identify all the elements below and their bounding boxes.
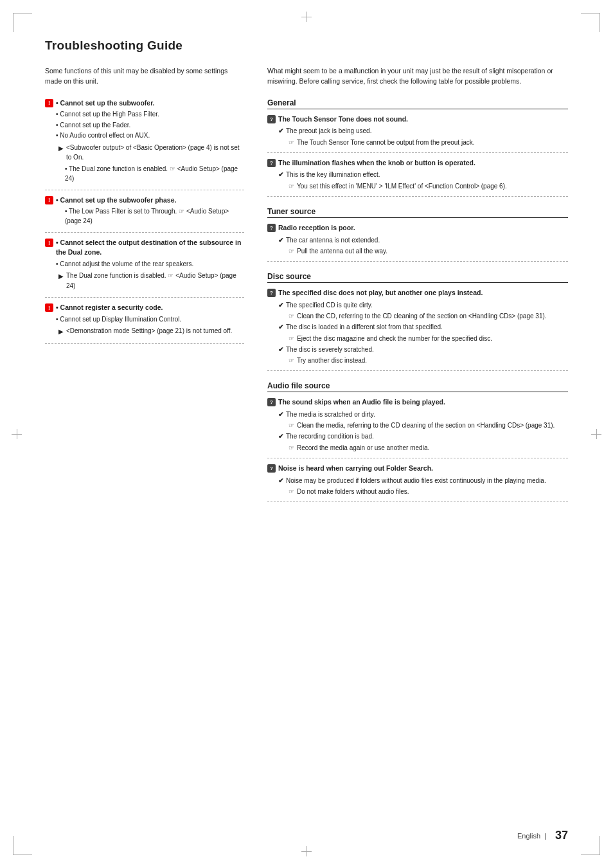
section-title-tuner: Tuner source [267,207,568,218]
ref-text-g2-1: You set this effect in 'MENU' > 'ILM Eff… [297,181,507,191]
check-text-a2-1: Noise may be produced if folders without… [286,476,546,486]
q-text-g1: The Touch Sensor Tone does not sound. [278,114,408,124]
warning-body-2: The Low Pass Filter is set to Through. ☞… [45,206,244,226]
qa-block-t1: ? Radio reception is poor. ✔ The car ant… [267,223,568,256]
check-text-d1-2: The disc is loaded in a different slot f… [286,322,443,332]
qa-block-g1: ? The Touch Sensor Tone does not sound. … [267,114,568,147]
warning-header-3: ! • Cannot select the output destination… [45,238,244,257]
footer-separator: | [544,832,546,840]
ref-text-g1-1: The Touch Sensor Tone cannot be output f… [297,138,474,147]
ref-text-d1-3: Try another disc instead. [297,356,367,365]
divider-g2 [267,196,568,197]
check-icon-t1-1: ✔ [278,235,283,246]
q-text-d1: The specified disc does not play, but an… [278,288,483,298]
divider-a1 [267,458,568,458]
two-col-layout: Some functions of this unit may be disab… [45,66,568,507]
qa-block-a2: ? Noise is heard when carrying out Folde… [267,464,568,496]
divider-t1 [267,261,568,262]
divider-4 [45,343,244,344]
warning-sublist-3: Cannot adjust the volume of the rear spe… [56,259,244,269]
ref-icon-a1-2: ☞ [289,443,294,453]
qa-question-a2: ? Noise is heard when carrying out Folde… [267,464,568,473]
sub-note-2: The Low Pass Filter is set to Through. ☞… [56,206,244,226]
divider-d1 [267,370,568,371]
warning-icon-2: ! [45,196,53,204]
qa-answers-g1: ✔ The preout jack is being used. ☞ The T… [267,126,568,147]
divider-2 [45,232,244,233]
ref-text-t1-1: Pull the antenna out all the way. [297,246,387,256]
q-icon-a1: ? [267,398,276,406]
warning-header-2: ! • Cannot set up the subwoofer phase. [45,195,244,205]
check-text-g2-1: This is the key illumination effect. [286,170,380,180]
divider-1 [45,190,244,190]
divider-a2 [267,502,568,502]
warning-block-4: ! • Cannot register a security code. Can… [45,303,244,337]
check-item-d1-3: ✔ The disc is severely scratched. [278,345,568,355]
qa-answers-a1: ✔ The media is scratched or dirty. ☞ Cle… [267,410,568,453]
q-icon-t1: ? [267,224,276,232]
section-title-audiofile: Audio file source [267,381,568,392]
warning-header-1: ! • Cannot set up the subwoofer. [45,98,244,108]
ref-icon-g2-1: ☞ [289,181,294,191]
q-icon-g2: ? [267,159,276,167]
warning-body-3: Cannot adjust the volume of the rear spe… [45,259,244,291]
ref-icon-a1-1: ☞ [289,420,294,430]
warning-block-1: ! • Cannot set up the subwoofer. Cannot … [45,98,244,183]
warning-sublist-1: Cannot set up the High Pass Filter. Cann… [56,109,244,141]
warning-title-4: • Cannot register a security code. [56,303,163,312]
warning-icon-1: ! [45,99,53,107]
arrow-item-1: ▶ <Subwoofer output> of <Basic Operation… [56,143,244,163]
qa-block-d1: ? The specified disc does not play, but … [267,288,568,365]
ref-item-a2-1: ☞ Do not make folders without audio file… [278,487,568,496]
check-icon-g2-1: ✔ [278,170,283,180]
check-text-a1-1: The media is scratched or dirty. [286,410,375,420]
check-item-g1-1: ✔ The preout jack is being used. [278,126,568,136]
list-item: Cannot set up Display Illumination Contr… [56,314,244,325]
arrow-text-1: <Subwoofer output> of <Basic Operation> … [66,143,244,163]
list-item: Cannot adjust the volume of the rear spe… [56,259,244,269]
warning-sublist-4: Cannot set up Display Illumination Contr… [56,314,244,325]
ref-item-d1-1: ☞ Clean the CD, referring to the CD clea… [278,311,568,321]
page-number: 37 [555,829,568,842]
arrow-item-3: ▶ The Dual zone function is disabled. ☞ … [56,271,244,291]
ref-item-a1-1: ☞ Clean the media, referring to the CD c… [278,420,568,430]
warning-body-4: Cannot set up Display Illumination Contr… [45,314,244,337]
warning-block-3: ! • Cannot select the output destination… [45,238,244,291]
check-icon-d1-1: ✔ [278,300,283,311]
qa-question-g2: ? The illumination flashes when the knob… [267,158,568,168]
qa-block-a1: ? The sound skips when an Audio file is … [267,397,568,453]
ref-icon-d1-3: ☞ [289,356,294,365]
intro-left: Some functions of this unit may be disab… [45,66,244,87]
ref-icon-a2-1: ☞ [289,487,294,496]
warning-title-1: • Cannot set up the subwoofer. [56,98,155,108]
check-text-d1-3: The disc is severely scratched. [286,345,374,355]
ref-text-d1-1: Clean the CD, referring to the CD cleani… [297,311,547,321]
qa-question-t1: ? Radio reception is poor. [267,223,568,233]
ref-text-a1-1: Clean the media, referring to the CD cle… [297,420,555,430]
page-footer: English | 37 [0,829,613,842]
warning-icon-3: ! [45,239,53,247]
sub-note-1: The Dual zone function is enabled. ☞ <Au… [56,164,244,183]
corner-tl [13,13,32,32]
arrow-icon-4: ▶ [58,327,64,337]
ref-item-g1-1: ☞ The Touch Sensor Tone cannot be output… [278,138,568,147]
ref-item-d1-3: ☞ Try another disc instead. [278,356,568,365]
ref-item-g2-1: ☞ You set this effect in 'MENU' > 'ILM E… [278,181,568,191]
check-text-d1-1: The specified CD is quite dirty. [286,300,373,311]
check-icon-d1-2: ✔ [278,322,283,332]
check-icon-a1-2: ✔ [278,431,283,442]
ref-text-d1-2: Eject the disc magazine and check the nu… [297,334,492,343]
list-item: Cannot set up the High Pass Filter. [56,109,244,120]
warning-block-2: ! • Cannot set up the subwoofer phase. T… [45,195,244,226]
page-title: Troubleshooting Guide [45,39,568,53]
check-icon-d1-3: ✔ [278,345,283,355]
qa-question-d1: ? The specified disc does not play, but … [267,288,568,298]
intro-right: What might seem to be a malfunction in y… [267,66,568,87]
check-text-g1-1: The preout jack is being used. [286,126,371,136]
left-column: Some functions of this unit may be disab… [45,66,244,507]
q-text-g2: The illumination flashes when the knob o… [278,158,475,168]
qa-answers-t1: ✔ The car antenna is not extended. ☞ Pul… [267,235,568,257]
section-title-disc: Disc source [267,272,568,283]
warning-icon-4: ! [45,303,53,312]
crosshair-right [591,429,601,439]
